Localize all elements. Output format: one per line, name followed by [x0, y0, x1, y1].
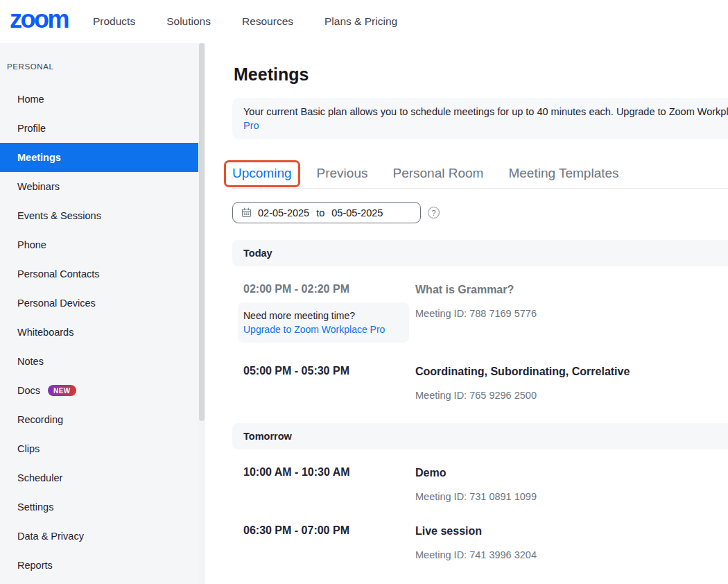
meeting-time: 06:30 PM - 07:00 PM: [243, 524, 415, 537]
scrollbar-thumb[interactable]: [199, 43, 205, 421]
meeting-id-value: 731 0891 1099: [469, 491, 537, 502]
meeting-id: Meeting ID: 765 9296 2500: [415, 390, 630, 401]
meeting-info-column: Coordinating, Subordinating, Correlative…: [415, 365, 630, 401]
meeting-id-label: Meeting ID:: [415, 308, 467, 319]
top-nav-item[interactable]: Products: [93, 15, 135, 28]
meeting-time-column: 05:00 PM - 05:30 PM: [232, 365, 415, 401]
main-content: Meetings Your current Basic plan allows …: [205, 43, 728, 584]
sidebar-item-label: Scheduler: [17, 472, 62, 483]
upgrade-card: Need more meeting time? Upgrade to Zoom …: [238, 302, 409, 343]
meeting-title[interactable]: Live session: [415, 525, 537, 538]
meeting-info-column: Demo Meeting ID: 731 0891 1099: [415, 466, 537, 502]
day-heading: Today: [243, 248, 272, 259]
meeting-title[interactable]: What is Grammar?: [415, 284, 537, 296]
upgrade-card-link[interactable]: Upgrade to Zoom Workplace Pro: [243, 323, 385, 336]
sidebar-item-label: Home: [17, 94, 44, 105]
day-heading: Tomorrow: [243, 431, 292, 442]
page-title: Meetings: [234, 65, 728, 85]
date-from: 02-05-2025: [258, 207, 309, 218]
meeting-rows: 10:00 AM - 10:30 AM Demo Meeting ID: 731…: [232, 466, 728, 560]
sidebar-item-phone[interactable]: Phone: [0, 230, 198, 259]
meeting-title[interactable]: Demo: [415, 467, 537, 479]
meeting-day-section: Tomorrow 10:00 AM - 10:30 AM Demo Meetin…: [232, 423, 728, 560]
sidebar-item-notes[interactable]: Notes: [0, 347, 198, 376]
sidebar-item-label: Reports: [17, 560, 53, 571]
sidebar-item-label: Profile: [17, 123, 46, 134]
sidebar-item-scheduler[interactable]: Scheduler: [0, 463, 198, 492]
tab-personal-room[interactable]: Personal Room: [392, 166, 483, 181]
sidebar-item-personal-contacts[interactable]: Personal Contacts: [0, 259, 198, 289]
calendar-icon: [241, 207, 252, 218]
upgrade-pro-link[interactable]: Pro: [243, 120, 259, 131]
sidebar-item-home[interactable]: Home: [0, 85, 198, 114]
meeting-id-value: 741 3996 3204: [469, 549, 537, 560]
meeting-id-label: Meeting ID:: [415, 491, 467, 502]
meeting-rows: 02:00 PM - 02:20 PM Need more meeting ti…: [232, 283, 728, 401]
top-header: zoom Products Solutions Resources Plans …: [0, 0, 728, 43]
top-nav: Products Solutions Resources Plans & Pri…: [93, 15, 397, 28]
meeting-id-value: 765 9296 2500: [469, 390, 537, 401]
plan-notice-text: Your current Basic plan allows you to sc…: [243, 105, 728, 119]
meeting-row[interactable]: 06:30 PM - 07:00 PM Live session Meeting…: [232, 524, 728, 560]
meeting-time-column: 10:00 AM - 10:30 AM: [232, 466, 415, 502]
sidebar-item-data-privacy[interactable]: Data & Privacy: [0, 522, 198, 551]
sidebar-item-label: Recording: [17, 414, 63, 425]
top-nav-item[interactable]: Resources: [242, 15, 293, 28]
top-nav-item[interactable]: Plans & Pricing: [324, 15, 397, 28]
sidebar-item-clips[interactable]: Clips: [0, 434, 198, 463]
tab-upcoming[interactable]: Upcoming: [224, 160, 300, 187]
plan-notice-banner: Your current Basic plan allows you to sc…: [232, 98, 728, 139]
sidebar-item-events-sessions[interactable]: Events & Sessions: [0, 201, 198, 230]
top-nav-item[interactable]: Solutions: [166, 15, 211, 28]
sidebar-item-webinars[interactable]: Webinars: [0, 172, 198, 201]
sidebar-item-label: Webinars: [17, 181, 60, 192]
tabs: Upcoming Previous Personal Room Meeting …: [232, 158, 728, 189]
sidebar-item-label: Events & Sessions: [17, 210, 101, 221]
upgrade-card-text: Need more meeting time?: [243, 309, 404, 323]
sidebar-item-settings[interactable]: Settings: [0, 492, 198, 522]
sidebar-nav: Home Profile Meetings Webinars Events & …: [0, 85, 198, 580]
new-badge: NEW: [48, 385, 76, 396]
help-icon[interactable]: ?: [428, 207, 440, 218]
meeting-id: Meeting ID: 788 7169 5776: [415, 308, 537, 319]
sidebar-item-label: Notes: [17, 356, 44, 367]
tab-meeting-templates[interactable]: Meeting Templates: [508, 166, 618, 181]
sidebar-item-label: Whiteboards: [17, 327, 73, 338]
sidebar-item-reports[interactable]: Reports: [0, 551, 198, 580]
sidebar-section-label: PERSONAL: [0, 43, 198, 71]
sidebar-item-label: Personal Contacts: [17, 268, 99, 280]
meeting-id: Meeting ID: 731 0891 1099: [415, 491, 537, 502]
day-heading-band: Tomorrow: [232, 423, 728, 449]
meeting-row[interactable]: 02:00 PM - 02:20 PM Need more meeting ti…: [232, 283, 728, 343]
sidebar-item-profile[interactable]: Profile: [0, 114, 198, 143]
sidebar-scrollbar: [198, 43, 205, 584]
meeting-day-section: Today 02:00 PM - 02:20 PM Need more meet…: [232, 240, 728, 401]
sidebar-item-whiteboards[interactable]: Whiteboards: [0, 318, 198, 347]
meeting-info-column: What is Grammar? Meeting ID: 788 7169 57…: [415, 283, 537, 343]
meeting-row[interactable]: 05:00 PM - 05:30 PM Coordinating, Subord…: [232, 365, 728, 401]
sidebar: PERSONAL Home Profile Meetings Webinars …: [0, 43, 198, 584]
sidebar-item-label: Data & Privacy: [17, 531, 84, 542]
sidebar-item-label: Clips: [17, 443, 40, 454]
meeting-id-label: Meeting ID:: [415, 390, 467, 401]
date-to: 05-05-2025: [331, 207, 383, 218]
sidebar-item-recording[interactable]: Recording: [0, 405, 198, 434]
meeting-time: 10:00 AM - 10:30 AM: [243, 466, 415, 479]
meeting-time: 02:00 PM - 02:20 PM: [243, 283, 415, 295]
meeting-time: 05:00 PM - 05:30 PM: [243, 365, 415, 377]
sidebar-item-label: Docs: [17, 385, 40, 396]
sidebar-item-docs[interactable]: Docs NEW: [0, 376, 198, 405]
sidebar-item-personal-devices[interactable]: Personal Devices: [0, 289, 198, 318]
sidebar-item-label: Meetings: [17, 152, 61, 163]
meeting-title[interactable]: Coordinating, Subordinating, Correlative: [415, 366, 630, 378]
meeting-time-column: 02:00 PM - 02:20 PM Need more meeting ti…: [232, 283, 415, 343]
date-range-input[interactable]: 02-05-2025 to 05-05-2025: [232, 202, 421, 223]
tab-previous[interactable]: Previous: [317, 166, 368, 181]
page-layout: PERSONAL Home Profile Meetings Webinars …: [0, 43, 728, 584]
zoom-logo[interactable]: zoom: [10, 7, 68, 32]
date-filter-row: 02-05-2025 to 05-05-2025 ?: [232, 202, 728, 223]
meeting-id: Meeting ID: 741 3996 3204: [415, 549, 537, 560]
sidebar-item-meetings[interactable]: Meetings: [0, 143, 198, 172]
sidebar-item-label: Personal Devices: [17, 298, 96, 309]
meeting-row[interactable]: 10:00 AM - 10:30 AM Demo Meeting ID: 731…: [232, 466, 728, 502]
